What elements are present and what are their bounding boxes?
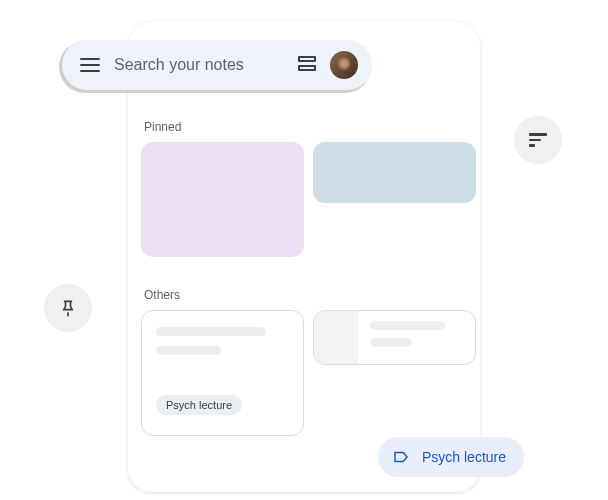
pin-button[interactable] <box>44 284 92 332</box>
note-text-placeholder <box>358 310 475 365</box>
pinned-note[interactable] <box>141 142 304 257</box>
section-label-others: Others <box>144 288 180 302</box>
note-text-placeholder <box>156 327 266 336</box>
pin-icon <box>58 298 78 318</box>
layout-toggle-icon[interactable] <box>298 56 316 74</box>
search-input[interactable]: Search your notes <box>114 56 298 74</box>
note-text-placeholder <box>156 346 221 355</box>
note-card[interactable]: Psych lecture <box>141 310 304 436</box>
avatar[interactable] <box>330 51 358 79</box>
sort-button[interactable] <box>514 116 562 164</box>
note-tag-chip[interactable]: Psych lecture <box>156 395 242 415</box>
pinned-note[interactable] <box>313 142 476 203</box>
section-label-pinned: Pinned <box>144 120 181 134</box>
menu-icon[interactable] <box>80 55 100 75</box>
label-pill[interactable]: Psych lecture <box>378 437 524 477</box>
note-card[interactable] <box>313 310 476 365</box>
search-bar[interactable]: Search your notes <box>62 40 372 90</box>
note-thumbnail <box>314 311 358 364</box>
label-pill-text: Psych lecture <box>422 449 506 465</box>
label-icon <box>392 448 410 466</box>
sort-icon <box>529 133 547 147</box>
